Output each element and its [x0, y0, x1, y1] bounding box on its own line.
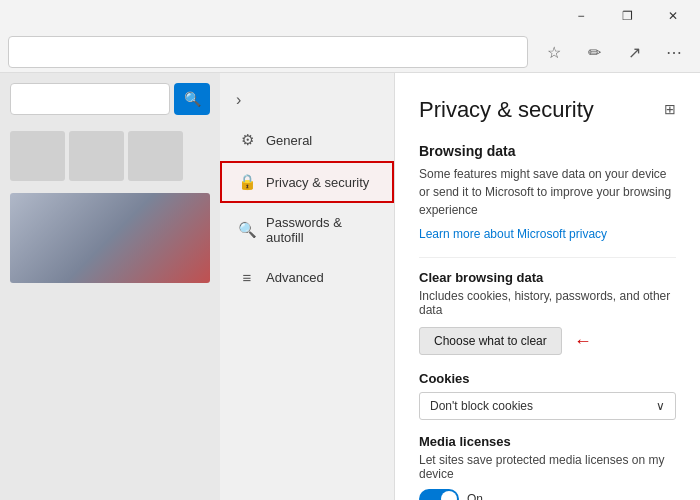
learn-more-link[interactable]: Learn more about Microsoft privacy — [419, 227, 676, 241]
more-button[interactable]: ⋯ — [656, 36, 692, 68]
clear-data-desc: Includes cookies, history, passwords, an… — [419, 289, 676, 317]
restore-button[interactable]: ❐ — [604, 0, 650, 32]
minimize-button[interactable]: − — [558, 0, 604, 32]
address-bar[interactable] — [8, 36, 528, 68]
close-button[interactable]: ✕ — [650, 0, 696, 32]
browsing-data-title: Browsing data — [419, 143, 676, 159]
cookies-dropdown-value: Don't block cookies — [430, 399, 533, 413]
sidebar-item-privacy[interactable]: 🔒 Privacy & security — [220, 161, 394, 203]
content-card-3 — [128, 131, 183, 181]
privacy-icon: 🔒 — [238, 173, 256, 191]
sidebar-item-general[interactable]: ⚙ General — [220, 119, 394, 161]
sidebar-item-passwords-label: Passwords & autofill — [266, 215, 376, 245]
toggle-on-label: On — [467, 492, 483, 500]
search-button[interactable]: 🔍 — [174, 83, 210, 115]
browser-toolbar: ☆ ✏ ↗ ⋯ — [0, 32, 700, 73]
settings-sidebar: › ⚙ General 🔒 Privacy & security 🔍 Passw… — [220, 73, 395, 500]
content-card-2 — [69, 131, 124, 181]
arrow-indicator: ← — [574, 331, 592, 352]
choose-what-to-clear-button[interactable]: Choose what to clear — [419, 327, 562, 355]
general-icon: ⚙ — [238, 131, 256, 149]
divider-1 — [419, 257, 676, 258]
chevron-down-icon: ∨ — [656, 399, 665, 413]
clear-data-title: Clear browsing data — [419, 270, 676, 285]
clear-btn-row: Choose what to clear ← — [419, 327, 676, 355]
sidebar-item-advanced[interactable]: ≡ Advanced — [220, 257, 394, 298]
page-title: Privacy & security — [419, 97, 594, 123]
media-licenses-toggle[interactable] — [419, 489, 459, 500]
advanced-icon: ≡ — [238, 269, 256, 286]
sidebar-item-privacy-label: Privacy & security — [266, 175, 369, 190]
sidebar-item-general-label: General — [266, 133, 312, 148]
main-area: 🔍 › ⚙ General 🔒 Privacy & security 🔍 Pas… — [0, 73, 700, 500]
settings-content: Privacy & security ⊞ Browsing data Some … — [395, 73, 700, 500]
titlebar: − ❐ ✕ — [0, 0, 700, 32]
media-licenses-label: Media licenses — [419, 434, 676, 449]
media-licenses-desc: Let sites save protected media licenses … — [419, 453, 676, 481]
cookies-dropdown[interactable]: Don't block cookies ∨ — [419, 392, 676, 420]
search-bg — [10, 83, 170, 115]
settings-header: Privacy & security ⊞ — [419, 97, 676, 123]
sidebar-item-passwords[interactable]: 🔍 Passwords & autofill — [220, 203, 394, 257]
pen-button[interactable]: ✏ — [576, 36, 612, 68]
toolbar-icons: ☆ ✏ ↗ ⋯ — [536, 36, 692, 68]
browser-content-bg: 🔍 — [0, 73, 220, 500]
favorites-button[interactable]: ☆ — [536, 36, 572, 68]
pin-icon[interactable]: ⊞ — [664, 101, 676, 117]
passwords-icon: 🔍 — [238, 221, 256, 239]
share-button[interactable]: ↗ — [616, 36, 652, 68]
media-toggle-row: On — [419, 489, 676, 500]
cookies-label: Cookies — [419, 371, 676, 386]
content-image — [10, 193, 210, 283]
sidebar-toggle-button[interactable]: › — [220, 81, 394, 119]
sidebar-item-advanced-label: Advanced — [266, 270, 324, 285]
content-card-1 — [10, 131, 65, 181]
browsing-data-desc: Some features might save data on your de… — [419, 165, 676, 219]
